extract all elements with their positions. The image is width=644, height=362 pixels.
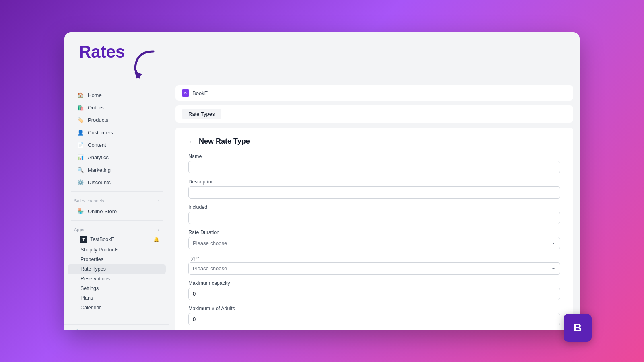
back-arrow-icon[interactable]: ←: [188, 138, 195, 145]
rate-duration-select[interactable]: Please choose: [188, 237, 560, 249]
customers-icon: 👤: [77, 129, 84, 136]
marketing-icon: 🔍: [77, 167, 84, 173]
nav-item-orders[interactable]: 🛍️ Orders: [68, 101, 166, 113]
nav-item-home[interactable]: 🏠 Home: [68, 89, 166, 101]
nav-item-content[interactable]: 📄 Content: [68, 139, 166, 151]
arrow-graphic: [131, 47, 159, 81]
sub-item-settings-app[interactable]: Settings: [64, 284, 169, 293]
nav-item-products[interactable]: 🏷️ Products: [68, 114, 166, 126]
field-max-capacity: Maximum capacity: [188, 280, 560, 300]
main-card: Rates 🏠 Home 🛍️ Orders 🏷️ Products: [64, 32, 580, 330]
name-input[interactable]: [188, 161, 560, 173]
max-capacity-label: Maximum capacity: [188, 280, 560, 286]
divider-2: [71, 220, 163, 221]
store-icon: 🏪: [77, 208, 84, 214]
description-input[interactable]: [188, 186, 560, 199]
breadcrumb-app-icon: B: [182, 89, 189, 97]
form-title: New Rate Type: [199, 137, 250, 146]
sub-item-reservations[interactable]: Reservations: [64, 274, 169, 284]
sub-item-rate-types[interactable]: Rate Types: [68, 264, 166, 274]
included-label: Included: [188, 204, 560, 210]
products-icon: 🏷️: [77, 117, 84, 123]
nav-item-online-store[interactable]: 🏪 Online Store: [68, 205, 166, 217]
nav-item-marketing[interactable]: 🔍 Marketing: [68, 164, 166, 176]
max-adults-input[interactable]: [188, 313, 560, 325]
main-content: B BookE Rate Types ← New Rate Type Name: [169, 85, 580, 330]
field-included: Included: [188, 204, 560, 224]
form-title-row: ← New Rate Type: [188, 137, 560, 146]
rate-duration-label: Rate Duration: [188, 230, 560, 235]
bell-icon[interactable]: 🔔: [153, 237, 159, 242]
content-icon: 📄: [77, 142, 84, 148]
page-title: Rates: [79, 43, 125, 60]
divider-3: [71, 321, 163, 321]
sub-item-properties[interactable]: Properties: [64, 255, 169, 264]
divider-1: [71, 191, 163, 192]
app-icon: T: [80, 236, 87, 243]
max-adults-label: Maximum # of Adults: [188, 306, 560, 311]
orders-icon: 🛍️: [77, 104, 84, 111]
included-input[interactable]: [188, 212, 560, 224]
sub-item-plans[interactable]: Plans: [64, 293, 169, 303]
breadcrumb-bar: B BookE: [175, 85, 573, 101]
sub-item-shopify-products[interactable]: Shopify Products: [64, 245, 169, 255]
description-label: Description: [188, 179, 560, 185]
field-type: Type Please choose: [188, 255, 560, 275]
breadcrumb-app-name: BookE: [192, 90, 208, 96]
field-max-adults: Maximum # of Adults: [188, 306, 560, 325]
name-label: Name: [188, 154, 560, 159]
sales-channels-section: Sales channels ›: [64, 195, 169, 205]
type-label: Type: [188, 255, 560, 261]
analytics-icon: 📊: [77, 154, 84, 160]
nav-item-customers[interactable]: 👤 Customers: [68, 126, 166, 138]
sub-item-calendar[interactable]: Calendar: [64, 303, 169, 313]
apps-section: Apps ›: [64, 224, 169, 234]
content-area: 🏠 Home 🛍️ Orders 🏷️ Products 👤 Customers…: [64, 85, 580, 330]
field-rate-duration: Rate Duration Please choose: [188, 230, 560, 249]
settings-gear-icon: ⚙️: [74, 329, 80, 330]
tab-bar: Rate Types: [175, 105, 573, 123]
apps-chevron-icon: ›: [158, 228, 159, 232]
nav-item-discounts[interactable]: ⚙️ Discounts: [68, 176, 166, 188]
type-select[interactable]: Please choose: [188, 262, 560, 275]
app-collapse-icon: –: [74, 237, 76, 242]
home-icon: 🏠: [77, 92, 84, 98]
b-badge: B: [564, 314, 592, 342]
settings-bottom[interactable]: ⚙️ Settings: [64, 324, 169, 330]
form-card: ← New Rate Type Name Description Include…: [175, 128, 573, 330]
chevron-right-icon: ›: [158, 199, 159, 203]
tab-rate-types[interactable]: Rate Types: [182, 109, 221, 119]
nav-item-analytics[interactable]: 📊 Analytics: [68, 151, 166, 163]
card-header: Rates: [64, 32, 580, 81]
max-capacity-input[interactable]: [188, 288, 560, 300]
field-description: Description: [188, 179, 560, 199]
app-testbooke[interactable]: – T TestBookE 🔔: [64, 234, 169, 245]
discounts-icon: ⚙️: [77, 179, 84, 185]
sidebar: 🏠 Home 🛍️ Orders 🏷️ Products 👤 Customers…: [64, 85, 169, 330]
field-name: Name: [188, 154, 560, 173]
